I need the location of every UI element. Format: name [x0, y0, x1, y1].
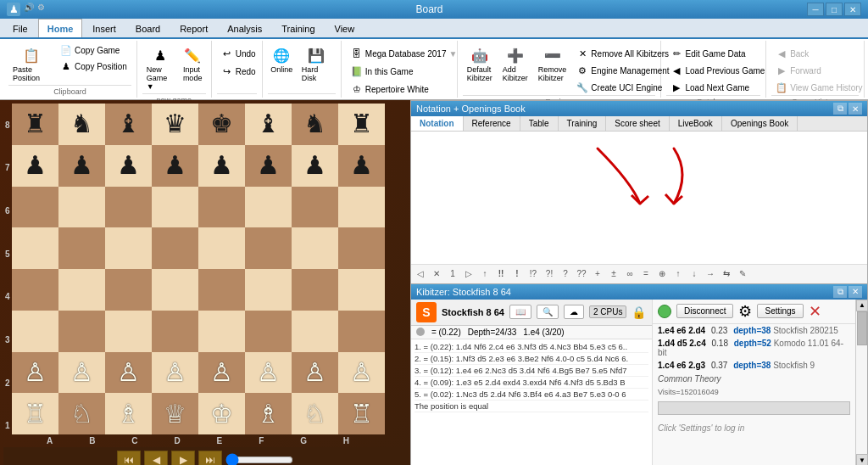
sq-c7[interactable]: ♟ — [105, 145, 152, 187]
tool-right[interactable]: → — [703, 266, 718, 282]
engine-management-button[interactable]: ⚙ Engine Management — [572, 63, 673, 78]
tab-score-sheet[interactable]: Score sheet — [606, 116, 669, 131]
scrollbar-v[interactable]: ▲ ▼ — [855, 300, 867, 466]
sq-d7[interactable]: ♟ — [152, 145, 198, 187]
edit-game-data-button[interactable]: ✏ Edit Game Data — [666, 46, 769, 61]
chessboard[interactable]: ♜ ♞ ♝ ♛ ♚ ♝ ♞ ♜ ♟ ♟ ♟ ♟ ♟ ♟ ♟ ♟ — [12, 104, 385, 434]
engine-cloud-button[interactable]: ☁ — [564, 305, 584, 319]
tool-double-q[interactable]: ?? — [574, 266, 589, 282]
tab-analysis[interactable]: Analysis — [218, 19, 271, 37]
sq-e6[interactable] — [198, 187, 245, 228]
sq-d3[interactable] — [152, 311, 198, 352]
analysis-close-icon[interactable]: ✕ — [809, 302, 821, 321]
scroll-thumb[interactable] — [857, 311, 867, 345]
sq-h1[interactable]: ♖ — [338, 393, 385, 434]
remove-all-kibitzers-button[interactable]: ✕ Remove All Kibitzers — [572, 46, 673, 61]
tool-delete[interactable]: ✕ — [429, 266, 444, 282]
tab-view[interactable]: View — [326, 19, 364, 37]
copy-position-button[interactable]: ♟ Copy Position — [56, 59, 131, 74]
tab-table[interactable]: Table — [520, 116, 559, 131]
sq-g8[interactable]: ♞ — [292, 104, 338, 145]
sq-b4[interactable] — [58, 269, 105, 311]
sq-g6[interactable] — [292, 187, 338, 228]
remove-kibitzer-button[interactable]: ➖ RemoveKibitzer — [534, 42, 571, 95]
tool-excl-q[interactable]: !? — [526, 266, 541, 282]
tool-back[interactable]: ◁ — [413, 266, 428, 282]
disconnect-button[interactable]: Disconnect — [676, 304, 733, 318]
sq-d6[interactable] — [152, 187, 198, 228]
sq-c8[interactable]: ♝ — [105, 104, 152, 145]
sq-a6[interactable] — [12, 187, 58, 228]
create-uci-button[interactable]: 🔧 Create UCI Engine — [572, 80, 673, 95]
sq-b5[interactable] — [58, 227, 105, 269]
notation-close-button[interactable]: ✕ — [849, 103, 862, 115]
sq-h5[interactable] — [338, 227, 385, 269]
sq-h8[interactable]: ♜ — [338, 104, 385, 145]
online-button[interactable]: 🌐 Online — [268, 42, 296, 76]
tab-openings-book[interactable]: Openings Book — [722, 116, 798, 131]
board-next-button[interactable]: ▶ — [171, 451, 195, 465]
board-start-button[interactable]: ⏮ — [117, 451, 141, 465]
sq-f1[interactable]: ♗ — [245, 393, 292, 434]
tool-arrows[interactable]: ⇆ — [719, 266, 734, 282]
tool-plus[interactable]: + — [590, 266, 605, 282]
sq-b1[interactable]: ♘ — [58, 393, 105, 434]
board-end-button[interactable]: ⏭ — [198, 451, 222, 465]
sq-b2[interactable]: ♙ — [58, 352, 105, 394]
board-slider[interactable] — [225, 453, 293, 465]
sq-e5[interactable] — [198, 227, 245, 269]
sq-f5[interactable] — [245, 227, 292, 269]
minimize-button[interactable]: ─ — [807, 3, 824, 16]
back-button[interactable]: ◀ Back — [771, 46, 866, 61]
redo-button[interactable]: ↪ Redo — [217, 64, 260, 79]
sq-g4[interactable] — [292, 269, 338, 311]
board-prev-button[interactable]: ◀ — [144, 451, 168, 465]
sq-a7[interactable]: ♟ — [12, 145, 58, 187]
mega-database-button[interactable]: 🗄 Mega Database 2017 ▼ — [347, 46, 462, 61]
sq-c1[interactable]: ♗ — [105, 393, 152, 434]
paste-button[interactable]: 📋 Paste Position — [8, 42, 54, 85]
close-button[interactable]: ✕ — [844, 3, 861, 16]
sq-g1[interactable]: ♘ — [292, 393, 338, 434]
sq-g2[interactable]: ♙ — [292, 352, 338, 394]
tool-eq[interactable]: = — [638, 266, 654, 282]
sq-a2[interactable]: ♙ — [12, 352, 58, 394]
settings-button[interactable]: Settings — [757, 304, 803, 318]
sq-e1[interactable]: ♔ — [198, 393, 245, 434]
tab-insert[interactable]: Insert — [83, 19, 125, 37]
hard-disk-button[interactable]: 💾 Hard Disk — [298, 42, 336, 85]
sq-g5[interactable] — [292, 227, 338, 269]
sq-b8[interactable]: ♞ — [58, 104, 105, 145]
copy-game-button[interactable]: 📄 Copy Game — [56, 42, 131, 58]
sq-c4[interactable] — [105, 269, 152, 311]
repertoire-white-button[interactable]: ♔ Repertoire White — [347, 81, 462, 97]
engine-book-button[interactable]: 📖 — [509, 305, 531, 319]
kibitzer-close-button[interactable]: ✕ — [849, 286, 862, 298]
maximize-button[interactable]: □ — [826, 3, 843, 16]
sq-c5[interactable] — [105, 227, 152, 269]
sq-f2[interactable]: ♙ — [245, 352, 292, 394]
sq-g3[interactable] — [292, 311, 338, 352]
new-game-button[interactable]: ♟ NewGame ▼ — [142, 42, 178, 93]
tool-double-excl[interactable]: !! — [493, 266, 509, 282]
tool-forward[interactable]: ▷ — [461, 266, 476, 282]
tab-file[interactable]: File — [3, 19, 37, 37]
sq-a8[interactable]: ♜ — [12, 104, 58, 145]
tab-livebook[interactable]: LiveBook — [670, 116, 722, 131]
sq-e4[interactable] — [198, 269, 245, 311]
sq-e8[interactable]: ♚ — [198, 104, 245, 145]
sq-h6[interactable] — [338, 187, 385, 228]
tab-notation[interactable]: Notation — [411, 116, 464, 131]
sq-h4[interactable] — [338, 269, 385, 311]
tab-reference[interactable]: Reference — [464, 116, 520, 131]
sq-c2[interactable]: ♙ — [105, 352, 152, 394]
notation-float-button[interactable]: ⧉ — [833, 103, 847, 115]
sq-h3[interactable] — [338, 311, 385, 352]
sq-e7[interactable]: ♟ — [198, 145, 245, 187]
tool-q[interactable]: ? — [558, 266, 573, 282]
tool-excl[interactable]: ! — [509, 266, 525, 282]
undo-button[interactable]: ↩ Undo — [217, 46, 260, 61]
sq-d5[interactable] — [152, 227, 198, 269]
tool-circles[interactable]: ⊕ — [654, 266, 670, 282]
sq-e3[interactable] — [198, 311, 245, 352]
